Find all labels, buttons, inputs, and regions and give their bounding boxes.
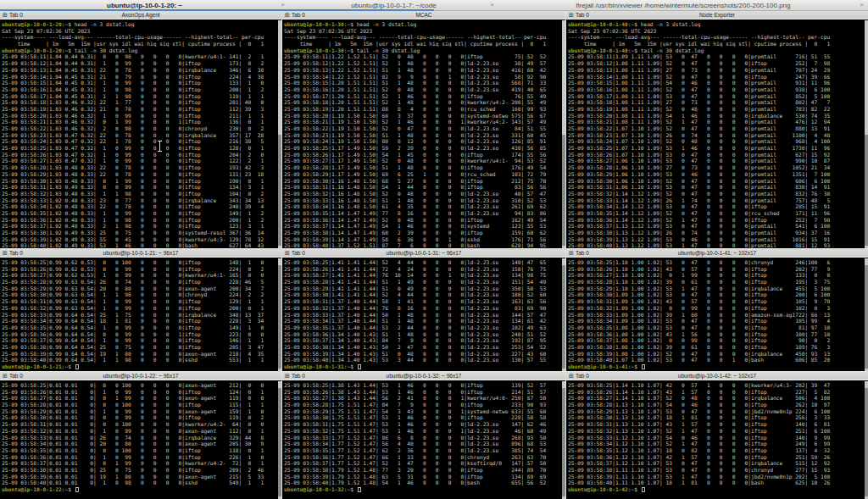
pane-title: ubuntu@ip-10-0-1-31: ~ 96x17 — [282, 250, 565, 256]
terminal-line: 25-09 03:58:15|1.20 1.51 1.51| 51 1 48 0… — [284, 80, 561, 86]
terminal-line: 25-09 03:58:31|1.16 1.48 1.50| 54 1 44 0… — [284, 184, 561, 191]
terminal-line: 25-09 03:58:37|0.99 0.64 0.54| 1 0 99 0 … — [2, 337, 277, 344]
text-cursor — [75, 364, 79, 369]
terminal-content[interactable]: 25-09 03:58:25|1.10 1.00 1.02| 53 0 47 0… — [566, 258, 864, 371]
terminal-content[interactable]: 25-09 03:58:25|1.41 1.41 1.44| 52 4 44 0… — [282, 258, 561, 371]
scrollbar[interactable] — [865, 381, 868, 499]
terminal-content[interactable]: 25-09 03:58:25|1.38 1.43 1.44| 53 1 46 0… — [282, 381, 561, 499]
terminal-line: 25-09 03:58:27|1.38 1.43 1.44| 56 2 41 0… — [284, 395, 561, 402]
scrollbar-thumb[interactable] — [278, 135, 281, 247]
terminal-line: 25-09 03:58:30|1.41 1.41 1.44| 52 4 44 0… — [284, 291, 561, 298]
scrollbar[interactable] — [562, 258, 565, 371]
scrollbar-thumb[interactable] — [278, 265, 281, 369]
terminal-line: 25-09 03:58:11|1.09 1.11 1.09| 53 0 47 0… — [568, 53, 864, 60]
terminal-line: 25-09 03:58:28|1.13 1.10 1.07| 54 0 46 0… — [568, 402, 864, 408]
tab-label[interactable]: Tab 0 — [576, 373, 589, 379]
terminal-line: 25-09 03:58:30|1.06 1.10 1.09| 52 0 47 0… — [568, 178, 864, 185]
scrollbar[interactable] — [278, 20, 281, 248]
scrollbar-thumb[interactable] — [865, 265, 868, 369]
terminal-line: time | 1m 5m 15m |usr sys idl wai hiq si… — [2, 41, 277, 47]
terminal-line: 25-09 03:58:14|1.04 0.45 0.31| 21 0 79 0… — [2, 74, 277, 80]
terminal-line: 25-09 03:58:24|1.07 1.10 1.09| 52 0 48 0… — [568, 138, 864, 145]
terminal-content[interactable]: 25-09 03:58:25|0.01 0.01 0| 0 0 100 0 0 … — [0, 381, 277, 499]
terminal-pane-ip-41: ⊞Tab 0ubuntu@ip-10-0-1-41: ~ 102x1725-09… — [566, 249, 868, 371]
terminal-line: 25-09 03:58:35|1.77 1.52 1.47| 62 2 36 0… — [284, 447, 561, 454]
terminal-line: 25-09 03:58:26|1.10 1.00 1.02| 43 0 57 0… — [568, 266, 864, 273]
tab-label[interactable]: Tab 0 — [292, 250, 305, 256]
pane-titlebar: ⊞Tab 0ubuntu@ip-10-0-1-31: ~ 96x17 — [282, 249, 565, 258]
scrollbar-thumb[interactable] — [562, 388, 565, 496]
terminal-line: 25-09 03:58:26|0.01 0.01 0| 1 0 99 0 0 0… — [2, 389, 277, 396]
terminal-prompt-line: ubuntu@ip-10-0-1-30:~$ head -n 3 dstat.l… — [284, 21, 561, 28]
terminal-line: 25-09 03:58:29|1.10 1.00 1.02| 53 1 47 0… — [568, 286, 864, 292]
scrollbar-thumb[interactable] — [278, 388, 281, 496]
close-icon[interactable]: × — [490, 0, 494, 10]
scrollbar-thumb[interactable] — [562, 135, 565, 247]
prompt-host: ubuntu@ip-10-0-1-20 — [2, 21, 62, 27]
scrollbar[interactable] — [865, 20, 868, 248]
terminal-line: 25-09 03:58:36|1.14 1.47 1.49| 52 0 48 0… — [284, 217, 561, 224]
terminal-line: 25-09 03:58:27|1.03 0.47 0.32| 1 0 99 0 … — [2, 158, 277, 164]
terminal-line: time | 1m 5m 15m |usr sys idl wai hiq si… — [284, 41, 561, 47]
tab-label[interactable]: Tab 0 — [9, 250, 23, 256]
terminal-content[interactable]: ubuntu@ip-10-0-1-30:~$ head -n 3 dstat.l… — [282, 20, 561, 248]
terminal-prompt-line: ubuntu@ip-10-0-1-31:~$ — [284, 363, 561, 370]
taskbar-window-3[interactable]: firejail /usr/bin/xviewer /home/wintermu… — [498, 0, 868, 10]
terminal-line: 25-09 03:58:36|1.14 1.12 1.09| 52 1 47 0… — [568, 217, 864, 224]
prompt-host: ubuntu@ip-10-0-1-31 — [284, 363, 344, 369]
terminal-line: 25-09 03:58:35|1.37 1.40 1.44| 53 2 44 0… — [284, 324, 561, 331]
terminal-line: 25-09 03:58:33|1.12 1.10 1.07| 54 0 46 0… — [568, 435, 864, 441]
terminal-line: 25-09 03:58:25|1.03 0.47 0.32| 1 0 99 0 … — [2, 145, 277, 152]
terminal-content[interactable]: 25-09 03:58:25|0.99 0.62 0.53| 0 0 100 0… — [0, 258, 277, 371]
terminal-prompt-line: ubuntu@ip-10-0-1-40:~$ tail -n 30 dstat.… — [568, 47, 864, 54]
scrollbar-thumb[interactable] — [562, 265, 565, 369]
terminal-line: 25-09 03:58:27|0.01 0.01 0| 0 1 99 0 0 0… — [2, 395, 277, 402]
terminal-line: 25-09 03:58:27|1.10 1.00 1.02| 0 1 99 0 … — [568, 272, 864, 279]
terminal-line: 25-09 03:58:29|1.03 0.48 0.33| 22 0 78 0… — [2, 171, 277, 178]
scrollbar[interactable] — [278, 381, 281, 499]
terminal-content[interactable]: ubuntu@ip-10-0-1-40:~$ head -n 3 dstat.l… — [566, 20, 864, 248]
terminal-line: 25-09 03:58:25|0.01 0.01 0| 0 0 100 0 0 … — [2, 382, 277, 389]
terminal-content[interactable]: ubuntu@ip-10-0-1-20:~$ head -n 3 dstat.l… — [0, 20, 277, 248]
terminal-line: 25-09 03:58:28|1.03 0.48 0.33| 22 0 78 0… — [2, 164, 277, 171]
terminal-line: 25-09 03:58:25|1.14 1.10 1.07| 42 0 57 1… — [568, 382, 864, 389]
terminal-line: 25-09 03:58:37|1.34 1.40 1.43| 84 7 9 0 … — [284, 337, 561, 344]
scrollbar[interactable] — [278, 258, 281, 371]
window-title: ubuntu@ip-10-0-1-7: ~/code — [339, 2, 448, 9]
terminal-content[interactable]: 25-09 03:58:25|1.14 1.10 1.07| 42 0 57 1… — [566, 381, 864, 499]
terminal-line: 25-09 03:58:39|1.14 1.47 1.49| 58 6 36 0… — [284, 236, 561, 243]
terminal-line: ----system---- ---load-avg--- ------tota… — [568, 34, 864, 41]
terminal-line: 25-09 03:58:33|1.02 0.48 0.33| 23 0 77 0… — [2, 197, 277, 204]
terminal-line: 25-09 03:58:22|1.07 1.10 1.09| 52 0 47 0… — [568, 125, 864, 132]
terminal-line: 25-09 03:58:37|1.77 1.52 1.47| 52 1 47 0… — [284, 460, 561, 467]
terminal-pane-node-exporter: ⊞Tab 0Node Exporterubuntu@ip-10-0-1-40:~… — [566, 11, 868, 248]
terminal-prompt-line: ubuntu@ip-10-0-1-32:~$ — [284, 486, 561, 493]
tab-label[interactable]: Tab 0 — [292, 373, 305, 379]
terminal-line: 25-09 03:58:28|1.17 1.49 1.50| 51 1 48 0… — [284, 164, 561, 171]
scrollbar[interactable] — [865, 258, 868, 371]
close-icon[interactable]: × — [860, 0, 864, 10]
scrollbar-thumb[interactable] — [865, 388, 868, 496]
tab-label[interactable]: Tab 0 — [576, 12, 589, 18]
tab-label[interactable]: Tab 0 — [292, 12, 305, 18]
scrollbar-thumb[interactable] — [865, 135, 868, 247]
terminal-line: 25-09 03:58:23|1.03 0.47 0.32| 22 0 78 0… — [2, 132, 277, 139]
terminal-line: 25-09 03:58:31|1.09 1.00 1.02| 43 0 57 0… — [568, 298, 864, 305]
terminal-line: 25-09 03:58:38|1.79 1.52 1.48| 77 3 20 0… — [284, 467, 561, 474]
terminal-pane-mcac: ⊞Tab 0MCACubuntu@ip-10-0-1-30:~$ head -n… — [282, 11, 565, 248]
terminal-line: 25-09 03:58:38|1.13 1.12 1.09| 26 0 74 0… — [568, 230, 864, 236]
tab-label[interactable]: Tab 0 — [9, 373, 23, 379]
terminal-line: 25-09 03:58:34|1.77 1.52 1.47| 56 4 40 0… — [284, 441, 561, 447]
terminal-line: 25-09 03:58:36|0.01 0.01 0| 1 0 99 0 0 0… — [2, 454, 277, 461]
terminal-line: 25-09 03:58:26|1.14 1.10 1.07| 43 1 57 0… — [568, 389, 864, 396]
terminal-line: 25-09 03:58:40|0.01 0.01 0| 1 0 98 0 0 0… — [2, 480, 277, 486]
scrollbar[interactable] — [562, 381, 565, 499]
terminal-line: 25-09 03:58:28|1.75 1.51 1.47| 84 7 9 0 … — [284, 402, 561, 408]
scrollbar[interactable] — [562, 20, 565, 248]
terminal-line: 25-09 03:58:34|0.99 0.64 0.54| 18 1 81 0… — [2, 318, 277, 324]
terminal-line: 25-09 03:58:18|1.08 1.11 1.09| 27 0 73 0… — [568, 99, 864, 106]
terminal-line: 25-09 03:58:24|1.19 1.50 1.50| 80 8 12 0… — [284, 138, 561, 145]
tab-label[interactable]: Tab 0 — [576, 250, 589, 256]
tab-label[interactable]: Tab 0 — [9, 12, 23, 18]
terminal-line: 25-09 03:58:32|1.13 1.10 1.07| 52 1 47 0… — [568, 428, 864, 435]
